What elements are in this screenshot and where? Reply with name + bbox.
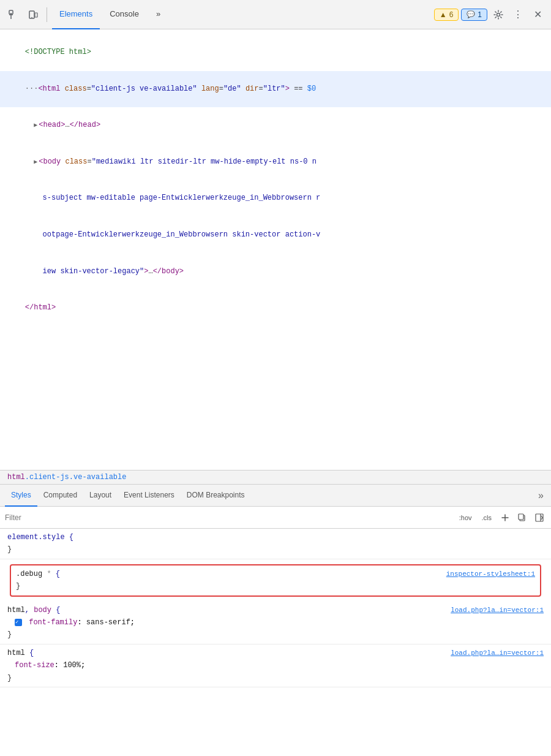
- css-selector-element-style[interactable]: element.style {: [7, 531, 73, 543]
- css-selector-debug[interactable]: .debug * {: [16, 568, 60, 580]
- css-selector-html[interactable]: html {: [7, 647, 34, 659]
- tab-layout[interactable]: Layout: [83, 485, 118, 507]
- css-prop-font-size: font-size: 100%;: [7, 659, 544, 671]
- svg-point-6: [497, 13, 500, 16]
- tab-styles[interactable]: Styles: [5, 485, 37, 507]
- hov-button[interactable]: :hov: [456, 512, 475, 523]
- warning-count: 6: [449, 10, 454, 19]
- css-rule-html: html { load.php?la…in=vector:1 font-size…: [0, 644, 551, 687]
- css-selector-html-body[interactable]: html, body {: [7, 604, 60, 616]
- doctype-line: <!DOCTYPE html>: [0, 34, 551, 71]
- filter-actions: :hov .cls: [456, 511, 546, 524]
- filter-input[interactable]: [5, 513, 451, 522]
- toggle-sidebar-button[interactable]: [533, 511, 546, 524]
- css-rule-debug: .debug * { inspector-stylesheet:1 }: [10, 564, 541, 597]
- css-rule-close-html: }: [7, 672, 544, 684]
- body-line-1[interactable]: ▶<body class="mediawiki ltr sitedir-ltr …: [0, 144, 551, 181]
- info-count: 1: [478, 10, 482, 19]
- devtools-toolbar: Elements Console » ▲ 6 💬 1 ⋮ ✕: [0, 0, 551, 29]
- info-badge[interactable]: 💬 1: [461, 9, 487, 21]
- css-rule-close-html-body: }: [7, 629, 544, 641]
- device-icon[interactable]: [24, 6, 42, 23]
- body-line-4: iew skin-vector-legacy">…</body>: [0, 253, 551, 290]
- copy-styles-button[interactable]: [515, 511, 529, 524]
- close-icon[interactable]: ✕: [529, 6, 546, 23]
- css-rule-html-body: html, body { load.php?la…in=vector:1 fon…: [0, 602, 551, 644]
- svg-rect-11: [536, 514, 543, 521]
- add-style-rule-button[interactable]: [498, 511, 512, 524]
- selector-tag: html: [7, 473, 25, 482]
- close-x: ✕: [534, 9, 542, 20]
- css-source-debug[interactable]: inspector-stylesheet:1: [446, 569, 535, 580]
- styles-tabs: Styles Computed Layout Event Listeners D…: [0, 485, 551, 507]
- warning-badge[interactable]: ▲ 6: [434, 9, 459, 21]
- info-icon: 💬: [467, 10, 475, 18]
- more-dots: ⋮: [513, 9, 523, 20]
- tab-event-listeners[interactable]: Event Listeners: [118, 485, 181, 507]
- warning-icon: ▲: [440, 10, 447, 19]
- svg-line-14: [541, 518, 542, 520]
- css-rule-close-element-style: }: [7, 543, 544, 556]
- styles-panel: element.style { } .debug * { inspector-s…: [0, 529, 551, 687]
- toolbar-separator-1: [47, 7, 47, 22]
- body-line-2: s-subject mw-editable page-Entwicklerwer…: [0, 180, 551, 217]
- inspect-icon[interactable]: [5, 6, 22, 23]
- head-line[interactable]: ▶<head>…</head>: [0, 107, 551, 144]
- html-close-line: </html>: [0, 290, 551, 327]
- css-rule-close-debug: }: [16, 580, 535, 592]
- styles-more-button[interactable]: »: [536, 490, 546, 501]
- css-prop-font-family: font-family: sans-serif;: [7, 616, 544, 629]
- css-checkbox-font-family[interactable]: [15, 619, 22, 626]
- tab-elements[interactable]: Elements: [52, 0, 100, 29]
- body-line-3: ootpage-Entwicklerwerkzeuge_in_Webbrowse…: [0, 217, 551, 254]
- svg-rect-10: [519, 514, 523, 520]
- filter-bar: :hov .cls: [0, 507, 551, 529]
- css-rule-debug-wrapper: .debug * { inspector-stylesheet:1 }: [0, 559, 551, 602]
- tab-computed[interactable]: Computed: [37, 485, 83, 507]
- tab-dom-breakpoints[interactable]: DOM Breakpoints: [181, 485, 251, 507]
- tab-console[interactable]: Console: [102, 0, 146, 29]
- svg-point-5: [31, 17, 32, 18]
- selector-bar: html.client-js.ve-available: [0, 471, 551, 485]
- html-open-line[interactable]: ···<html class="client-js ve-available" …: [0, 71, 551, 108]
- css-source-html[interactable]: load.php?la…in=vector:1: [451, 648, 544, 659]
- css-source-html-body[interactable]: load.php?la…in=vector:1: [451, 605, 544, 616]
- css-rule-element-style: element.style { }: [0, 529, 551, 559]
- cls-button[interactable]: .cls: [479, 512, 495, 523]
- svg-rect-4: [35, 13, 37, 17]
- settings-icon[interactable]: [490, 6, 507, 23]
- more-options-icon[interactable]: ⋮: [509, 6, 527, 23]
- selector-classes: .client-js.ve-available: [25, 473, 127, 482]
- elements-panel: <!DOCTYPE html> ···<html class="client-j…: [0, 29, 551, 471]
- tab-more[interactable]: »: [149, 0, 168, 29]
